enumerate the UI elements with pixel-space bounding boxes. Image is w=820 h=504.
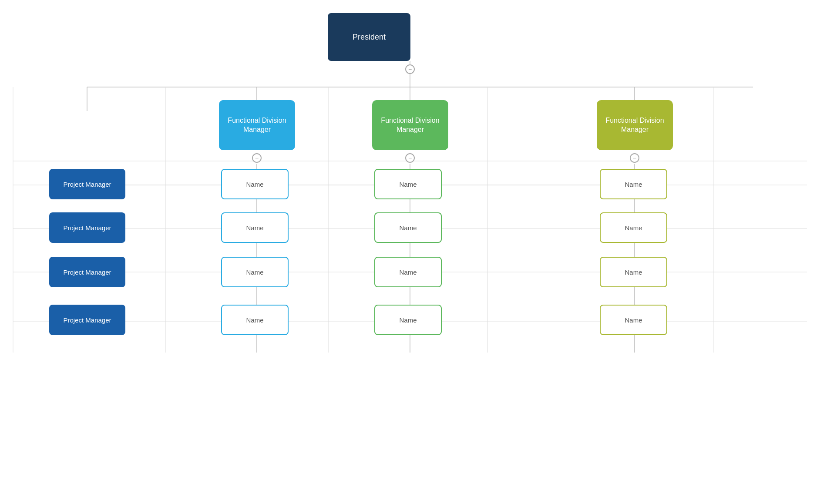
- minus-icon: −: [633, 155, 636, 161]
- name-blue-2-label: Name: [246, 224, 263, 232]
- fdm-green-node[interactable]: Functional DivisionManager: [372, 100, 448, 150]
- project-manager-1[interactable]: Project Manager: [49, 169, 125, 199]
- name-cell-yg-3[interactable]: Name: [600, 257, 667, 287]
- name-yg-1-label: Name: [625, 181, 642, 188]
- name-blue-3-label: Name: [246, 269, 263, 276]
- president-collapse-button[interactable]: −: [405, 64, 415, 74]
- connector-lines: [0, 0, 820, 504]
- name-green-4-label: Name: [399, 316, 417, 324]
- name-green-1-label: Name: [399, 181, 417, 188]
- fdm-yg-node[interactable]: Functional DivisionManager: [597, 100, 673, 150]
- org-chart: President − Functional DivisionManager −…: [0, 0, 820, 504]
- president-label: President: [353, 33, 386, 42]
- name-blue-4-label: Name: [246, 316, 263, 324]
- name-cell-yg-1[interactable]: Name: [600, 169, 667, 199]
- pm-2-label: Project Manager: [63, 224, 111, 232]
- name-cell-yg-2[interactable]: Name: [600, 212, 667, 243]
- fdm-blue-node[interactable]: Functional DivisionManager: [219, 100, 295, 150]
- fdm-blue-label: Functional DivisionManager: [228, 116, 286, 134]
- president-node[interactable]: President: [328, 13, 410, 61]
- minus-icon: −: [408, 66, 412, 73]
- fdm-blue-collapse-button[interactable]: −: [252, 153, 262, 163]
- name-yg-4-label: Name: [625, 316, 642, 324]
- pm-4-label: Project Manager: [63, 316, 111, 324]
- minus-icon: −: [408, 155, 412, 161]
- name-blue-1-label: Name: [246, 181, 263, 188]
- name-cell-green-4[interactable]: Name: [374, 305, 442, 335]
- name-yg-2-label: Name: [625, 224, 642, 232]
- project-manager-3[interactable]: Project Manager: [49, 257, 125, 287]
- name-yg-3-label: Name: [625, 269, 642, 276]
- fdm-green-collapse-button[interactable]: −: [405, 153, 415, 163]
- name-cell-blue-1[interactable]: Name: [221, 169, 289, 199]
- name-cell-green-2[interactable]: Name: [374, 212, 442, 243]
- name-cell-green-3[interactable]: Name: [374, 257, 442, 287]
- fdm-green-label: Functional DivisionManager: [381, 116, 439, 134]
- minus-icon: −: [255, 155, 259, 161]
- name-green-2-label: Name: [399, 224, 417, 232]
- pm-3-label: Project Manager: [63, 269, 111, 276]
- fdm-yg-collapse-button[interactable]: −: [630, 153, 639, 163]
- project-manager-4[interactable]: Project Manager: [49, 305, 125, 335]
- pm-1-label: Project Manager: [63, 181, 111, 188]
- fdm-yg-label: Functional DivisionManager: [605, 116, 664, 134]
- name-green-3-label: Name: [399, 269, 417, 276]
- name-cell-green-1[interactable]: Name: [374, 169, 442, 199]
- name-cell-yg-4[interactable]: Name: [600, 305, 667, 335]
- project-manager-2[interactable]: Project Manager: [49, 212, 125, 243]
- name-cell-blue-2[interactable]: Name: [221, 212, 289, 243]
- name-cell-blue-3[interactable]: Name: [221, 257, 289, 287]
- name-cell-blue-4[interactable]: Name: [221, 305, 289, 335]
